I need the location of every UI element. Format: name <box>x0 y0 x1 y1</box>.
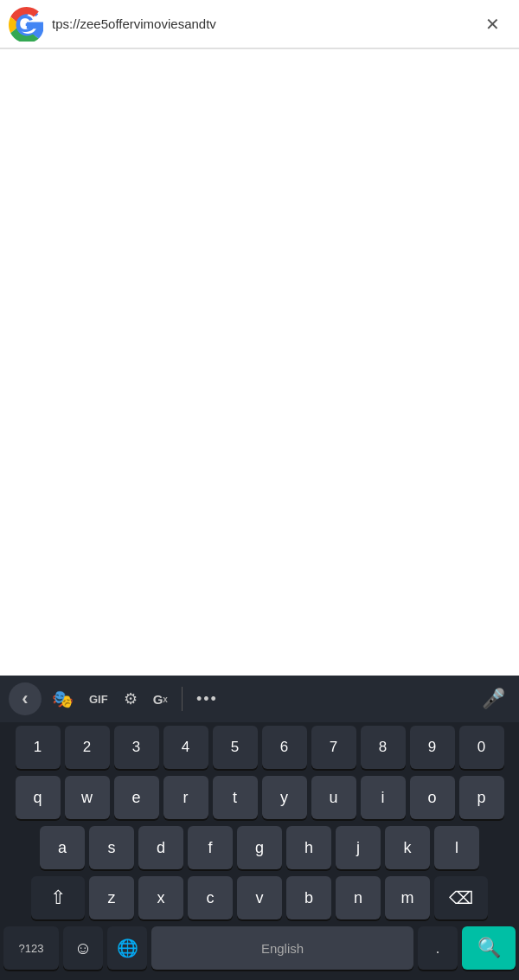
more-button[interactable]: ••• <box>191 687 223 712</box>
key-3[interactable]: 3 <box>114 726 159 769</box>
key-d[interactable]: d <box>138 826 183 869</box>
settings-button[interactable]: ⚙ <box>119 686 143 712</box>
toolbar-separator <box>182 687 183 711</box>
keyboard: ‹ 🎭 GIF ⚙ Gx ••• 🎤 1 2 3 4 5 6 7 8 9 0 q… <box>0 676 519 980</box>
key-8[interactable]: 8 <box>361 726 406 769</box>
key-j[interactable]: j <box>336 826 381 869</box>
spacebar[interactable]: English <box>151 926 413 970</box>
key-0[interactable]: 0 <box>459 726 504 769</box>
emoji-key[interactable]: ☺ <box>63 926 103 970</box>
keyboard-back-button[interactable]: ‹ <box>9 682 42 715</box>
qwerty-row: q w e r t y u i o p <box>3 776 516 819</box>
key-g[interactable]: g <box>237 826 282 869</box>
period-key[interactable]: . <box>418 926 458 970</box>
key-o[interactable]: o <box>410 776 455 819</box>
key-n[interactable]: n <box>336 876 381 919</box>
key-c[interactable]: c <box>188 876 233 919</box>
key-x[interactable]: x <box>138 876 183 919</box>
close-button[interactable]: ✕ <box>478 10 507 38</box>
key-l[interactable]: l <box>434 826 479 869</box>
num123-key[interactable]: ?123 <box>3 926 59 970</box>
key-6[interactable]: 6 <box>262 726 307 769</box>
key-m[interactable]: m <box>385 876 430 919</box>
asdf-row: a s d f g h j k l <box>3 826 516 869</box>
key-rows: 1 2 3 4 5 6 7 8 9 0 q w e r t y u i o p … <box>0 722 519 919</box>
key-e[interactable]: e <box>114 776 159 819</box>
key-2[interactable]: 2 <box>65 726 110 769</box>
shift-key[interactable]: ⇧ <box>31 876 85 919</box>
key-s[interactable]: s <box>89 826 134 869</box>
key-h[interactable]: h <box>286 826 331 869</box>
google-g-logo <box>9 7 43 42</box>
bottom-row: ?123 ☺ 🌐 English . 🔍 <box>0 926 519 977</box>
key-u[interactable]: u <box>311 776 356 819</box>
globe-key[interactable]: 🌐 <box>107 926 147 970</box>
key-v[interactable]: v <box>237 876 282 919</box>
sticker-button[interactable]: 🎭 <box>47 685 79 713</box>
browser-bar: G tps://zee5offervimoviesandtv ✕ <box>0 0 519 48</box>
key-7[interactable]: 7 <box>311 726 356 769</box>
key-b[interactable]: b <box>286 876 331 919</box>
key-q[interactable]: q <box>16 776 61 819</box>
key-a[interactable]: a <box>40 826 85 869</box>
key-k[interactable]: k <box>385 826 430 869</box>
key-r[interactable]: r <box>163 776 208 819</box>
key-w[interactable]: w <box>65 776 110 819</box>
key-5[interactable]: 5 <box>213 726 258 769</box>
number-row: 1 2 3 4 5 6 7 8 9 0 <box>3 726 516 769</box>
mic-button[interactable]: 🎤 <box>477 684 510 714</box>
translate-button[interactable]: Gx <box>148 689 173 710</box>
key-1[interactable]: 1 <box>16 726 61 769</box>
url-bar[interactable]: tps://zee5offervimoviesandtv <box>52 16 470 31</box>
key-f[interactable]: f <box>188 826 233 869</box>
key-z[interactable]: z <box>89 876 134 919</box>
key-9[interactable]: 9 <box>410 726 455 769</box>
key-4[interactable]: 4 <box>163 726 208 769</box>
zxcv-row: ⇧ z x c v b n m ⌫ <box>3 876 516 919</box>
key-p[interactable]: p <box>459 776 504 819</box>
backspace-key[interactable]: ⌫ <box>434 876 488 919</box>
web-content <box>0 49 519 676</box>
keyboard-toolbar: ‹ 🎭 GIF ⚙ Gx ••• 🎤 <box>0 676 519 722</box>
key-t[interactable]: t <box>213 776 258 819</box>
search-key[interactable]: 🔍 <box>462 926 516 970</box>
gif-button[interactable]: GIF <box>84 689 113 709</box>
key-y[interactable]: y <box>262 776 307 819</box>
key-i[interactable]: i <box>361 776 406 819</box>
